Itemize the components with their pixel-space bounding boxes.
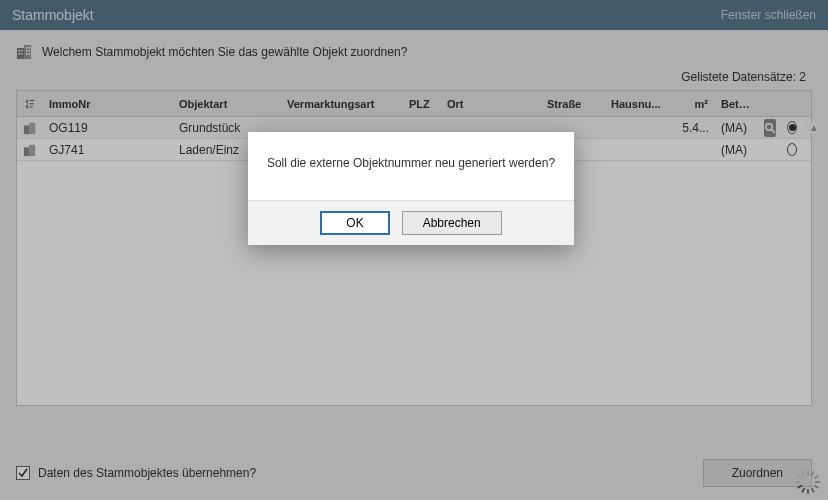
ok-button[interactable]: OK bbox=[320, 211, 389, 235]
confirm-dialog: Soll die externe Objektnummer neu generi… bbox=[248, 132, 574, 245]
modal-overlay bbox=[0, 0, 828, 500]
cancel-button[interactable]: Abbrechen bbox=[402, 211, 502, 235]
dialog-footer: OK Abbrechen bbox=[248, 200, 574, 245]
dialog-message: Soll die externe Objektnummer neu generi… bbox=[248, 132, 574, 200]
